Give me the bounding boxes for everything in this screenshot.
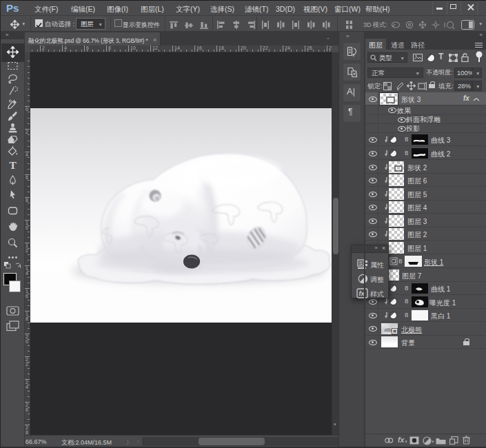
svg-text:T: T: [10, 159, 17, 171]
